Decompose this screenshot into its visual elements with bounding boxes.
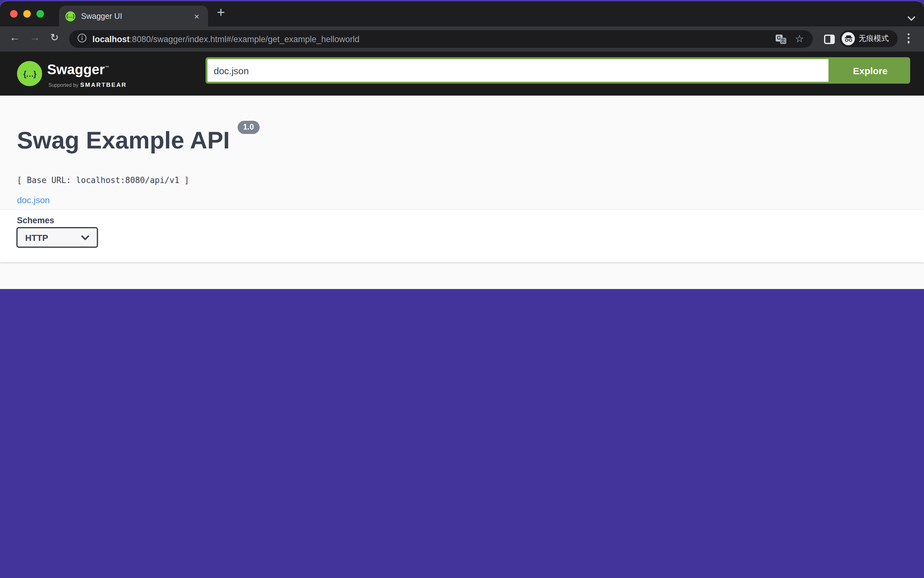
swagger-page: Swag Example API1.0 [ Base URL: localhos…: [0, 96, 924, 289]
incognito-label: 无痕模式: [859, 33, 889, 44]
site-info-icon[interactable]: [77, 33, 87, 45]
swagger-logo-icon: {…}: [17, 61, 42, 86]
api-title: Swag Example API1.0: [17, 127, 260, 154]
translate-icon[interactable]: G 文: [775, 34, 786, 44]
version-badge: 1.0: [237, 121, 260, 134]
zoom-window-button[interactable]: [36, 10, 44, 18]
swagger-favicon-icon: {…}: [65, 11, 75, 21]
tab-search-chevron-icon[interactable]: [908, 12, 915, 23]
scheme-container: Schemes HTTP: [0, 210, 924, 262]
chevron-down-icon: [81, 235, 89, 240]
url-text: localhost:8080/swagger/index.html#/examp…: [92, 34, 775, 44]
tab-title: Swagger UI: [81, 11, 192, 20]
close-tab-icon[interactable]: ×: [192, 11, 202, 21]
incognito-icon: [841, 32, 855, 45]
tab-strip: {…} Swagger UI × +: [0, 1, 924, 26]
browser-menu-icon[interactable]: [908, 33, 909, 43]
browser-window: {…} Swagger UI × + ← → ↻ localhost:8080/…: [0, 0, 924, 289]
minimize-window-button[interactable]: [23, 10, 31, 18]
close-window-button[interactable]: [10, 10, 18, 18]
bookmark-star-icon[interactable]: ☆: [795, 34, 804, 44]
new-tab-button[interactable]: +: [217, 5, 225, 21]
spec-link[interactable]: doc.json: [17, 195, 50, 205]
spec-url-input[interactable]: [206, 57, 830, 84]
swagger-logo-text: Swagger™: [47, 62, 109, 78]
address-bar[interactable]: localhost:8080/swagger/index.html#/examp…: [69, 30, 813, 48]
base-url: [ Base URL: localhost:8080/api/v1 ]: [17, 175, 189, 185]
side-panel-icon[interactable]: [824, 34, 835, 44]
incognito-badge: 无痕模式: [840, 30, 898, 47]
back-button[interactable]: ←: [10, 31, 20, 44]
explore-button[interactable]: Explore: [830, 57, 910, 84]
forward-button[interactable]: →: [29, 31, 40, 44]
reload-button[interactable]: ↻: [50, 31, 59, 44]
supported-by-text: Supported bySMARTBEAR: [49, 81, 127, 88]
browser-tab[interactable]: {…} Swagger UI ×: [59, 6, 208, 26]
schemes-select[interactable]: HTTP: [16, 227, 98, 248]
traffic-lights: [10, 10, 44, 18]
swagger-topbar: {…} Swagger™ Supported bySMARTBEAR Explo…: [0, 52, 924, 96]
browser-toolbar: ← → ↻ localhost:8080/swagger/index.html#…: [0, 26, 924, 52]
schemes-label: Schemes: [17, 216, 54, 225]
